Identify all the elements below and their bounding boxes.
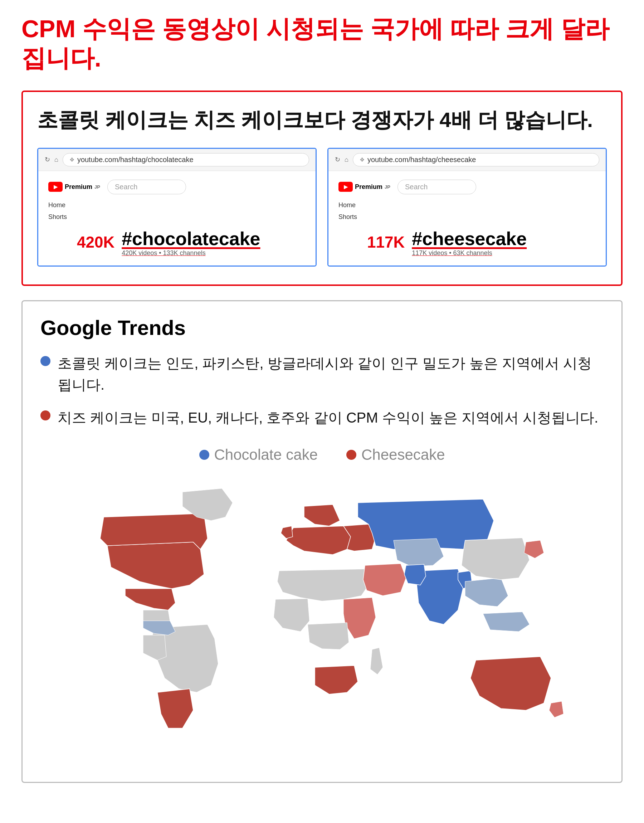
site-icon-right: ❖ — [360, 156, 365, 163]
yt-logo-right: ▶ Premium JP — [339, 182, 390, 192]
url-bar-left[interactable]: ❖ youtube.com/hashtag/chocolatecake — [63, 153, 309, 166]
trends-title: Google Trends — [40, 316, 604, 340]
home-icon-left[interactable]: ⌂ — [54, 156, 58, 164]
yt-nav-home-right[interactable]: Home — [339, 200, 596, 210]
legend-cheesecake: Cheesecake — [347, 446, 445, 463]
yt-hashtag-content-right: #cheesecake 117K videos • 63K channels — [412, 228, 527, 257]
refresh-icon-right[interactable]: ↻ — [335, 156, 340, 164]
main-title: CPM 수익은 동영상이 시청되는 국가에 따라 크게 달라집니다. — [21, 14, 623, 73]
yt-hashtag-title-right[interactable]: #cheesecake — [412, 228, 527, 250]
trend-bullet-red: 치즈 케이크는 미국, EU, 캐나다, 호주와 같이 CPM 수익이 높은 지… — [40, 407, 604, 428]
home-icon-right[interactable]: ⌂ — [345, 156, 348, 164]
yt-hashtag-content-left: #chocolatecake 420K videos • 133K channe… — [122, 228, 260, 257]
yt-header-left: ▶ Premium JP Search — [48, 179, 305, 194]
refresh-icon-left[interactable]: ↻ — [45, 156, 50, 164]
yt-premium-text-left: Premium — [65, 183, 92, 191]
comparison-section: 초콜릿 케이크는 치즈 케이크보다 경쟁자가 4배 더 많습니다. ↻ ⌂ ❖ … — [21, 90, 623, 285]
yt-nav-shorts-left[interactable]: Shorts — [48, 212, 305, 222]
cheesecake-card: ↻ ⌂ ❖ youtube.com/hashtag/cheesecake ▶ P… — [327, 148, 607, 267]
browser-content-right: ▶ Premium JP Search Home Shorts 117K #ch… — [328, 171, 606, 265]
browser-content-left: ▶ Premium JP Search Home Shorts 420K #ch… — [38, 171, 316, 265]
yt-search-right[interactable]: Search — [397, 179, 476, 194]
legend-dot-cheesecake — [347, 450, 356, 460]
site-icon-left: ❖ — [69, 156, 74, 163]
legend-chocolate: Chocolate cake — [199, 446, 318, 463]
yt-jp-right: JP — [385, 184, 390, 190]
browser-bar-right: ↻ ⌂ ❖ youtube.com/hashtag/cheesecake — [328, 149, 606, 171]
comparison-subtitle: 초콜릿 케이크는 치즈 케이크보다 경쟁자가 4배 더 많습니다. — [37, 106, 607, 133]
yt-logo-left: ▶ Premium JP — [48, 182, 100, 192]
legend-chocolate-label: Chocolate cake — [214, 446, 318, 463]
legend-cheesecake-label: Cheesecake — [361, 446, 445, 463]
yt-jp-left: JP — [95, 184, 100, 190]
yt-video-count-left: 420K — [77, 233, 115, 251]
url-text-right: youtube.com/hashtag/cheesecake — [368, 156, 476, 164]
chocolate-cake-card: ↻ ⌂ ❖ youtube.com/hashtag/chocolatecake … — [37, 148, 317, 267]
trend-bullet-blue-text: 초콜릿 케이크는 인도, 파키스탄, 방글라데시와 같이 인구 밀도가 높은 지… — [58, 352, 604, 395]
map-legend: Chocolate cake Cheesecake — [40, 446, 604, 463]
yt-hashtag-meta-left: 420K videos • 133K channels — [122, 250, 260, 257]
browser-cards: ↻ ⌂ ❖ youtube.com/hashtag/chocolatecake … — [37, 148, 607, 267]
trends-section: Google Trends 초콜릿 케이크는 인도, 파키스탄, 방글라데시와 … — [21, 300, 623, 783]
world-map-svg — [72, 474, 572, 768]
legend-dot-chocolate — [199, 450, 209, 460]
bullet-dot-red — [40, 411, 51, 420]
yt-nav-right: Home Shorts — [339, 200, 596, 222]
trend-bullet-red-text: 치즈 케이크는 미국, EU, 캐나다, 호주와 같이 CPM 수익이 높은 지… — [58, 407, 598, 428]
url-bar-right[interactable]: ❖ youtube.com/hashtag/cheesecake — [353, 153, 599, 166]
yt-play-icon-left: ▶ — [48, 182, 63, 192]
yt-nav-shorts-right[interactable]: Shorts — [339, 212, 596, 222]
world-map-wrapper — [40, 474, 604, 768]
yt-search-left[interactable]: Search — [107, 179, 186, 194]
yt-hashtag-row-left: 420K #chocolatecake 420K videos • 133K c… — [77, 228, 305, 257]
trends-bullets: 초콜릿 케이크는 인도, 파키스탄, 방글라데시와 같이 인구 밀도가 높은 지… — [40, 352, 604, 428]
trend-bullet-blue: 초콜릿 케이크는 인도, 파키스탄, 방글라데시와 같이 인구 밀도가 높은 지… — [40, 352, 604, 395]
yt-play-icon-right: ▶ — [339, 182, 353, 192]
yt-premium-text-right: Premium — [355, 183, 382, 191]
yt-video-count-right: 117K — [367, 233, 405, 251]
yt-nav-left: Home Shorts — [48, 200, 305, 222]
map-container: Chocolate cake Cheesecake — [40, 446, 604, 768]
yt-hashtag-title-left[interactable]: #chocolatecake — [122, 228, 260, 250]
yt-nav-home-left[interactable]: Home — [48, 200, 305, 210]
browser-bar-left: ↻ ⌂ ❖ youtube.com/hashtag/chocolatecake — [38, 149, 316, 171]
yt-hashtag-meta-right: 117K videos • 63K channels — [412, 250, 527, 257]
url-text-left: youtube.com/hashtag/chocolatecake — [77, 156, 193, 164]
bullet-dot-blue — [40, 356, 51, 366]
yt-hashtag-row-right: 117K #cheesecake 117K videos • 63K chann… — [367, 228, 596, 257]
yt-header-right: ▶ Premium JP Search — [339, 179, 596, 194]
